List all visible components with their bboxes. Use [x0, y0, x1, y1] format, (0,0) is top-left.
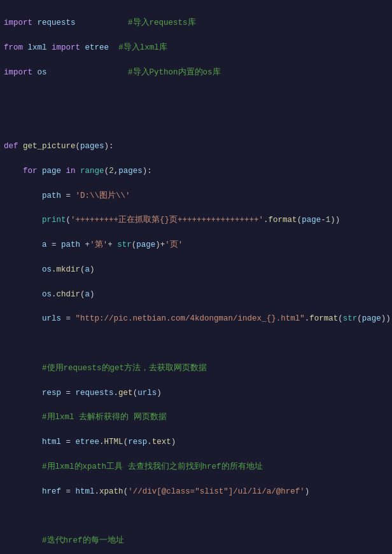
code-line-15: #使用requests的get方法，去获取网页数据 [4, 363, 388, 375]
code-line-8: path = 'D:\\图片\\' [4, 190, 388, 202]
code-line-18: html = etree.HTML(resp.text) [4, 436, 388, 448]
code-line-17: #用lxml 去解析获得的 网页数据 [4, 412, 388, 424]
code-line-13: urls = "http://pic.netbian.com/4kdongman… [4, 313, 388, 325]
code-line-16: resp = requests.get(urls) [4, 387, 388, 399]
code-line-14 [4, 338, 388, 350]
code-line-3: import os #导入Python内置的os库 [4, 67, 388, 79]
code-line-20: href = html.xpath('//div[@class="slist"]… [4, 486, 388, 498]
code-line-5 [4, 116, 388, 128]
code-line-10: a = path +'第'+ str(page)+'页' [4, 239, 388, 251]
code-editor: import requests #导入requests库 from lxml i… [0, 0, 392, 554]
code-line-11: os.mkdir(a) [4, 264, 388, 276]
code-line-4 [4, 92, 388, 104]
code-line-12: os.chdir(a) [4, 289, 388, 301]
code-line-9: print('+++++++++正在抓取第{}页++++++++++++++++… [4, 214, 388, 226]
code-line-6: def get_picture(pages): [4, 141, 388, 153]
code-line-19: #用lxml的xpath工具 去查找我们之前找到href的所有地址 [4, 461, 388, 473]
code-line-2: from lxml import etree #导入lxml库 [4, 42, 388, 54]
code-line-22: #迭代href的每一地址 [4, 535, 388, 547]
code-line-21 [4, 510, 388, 522]
code-line-1: import requests #导入requests库 [4, 17, 388, 29]
code-line-7: for page in range(2,pages): [4, 165, 388, 177]
